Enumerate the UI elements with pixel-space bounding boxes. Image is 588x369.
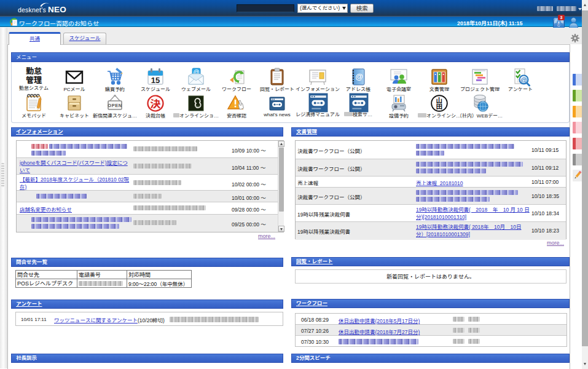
svg-text:silver: silver [195, 105, 201, 108]
svg-text:15: 15 [151, 76, 160, 85]
svg-text:A: A [557, 23, 560, 27]
svg-text:決: 決 [151, 95, 161, 111]
svg-text:@: @ [520, 76, 527, 84]
svg-text:田: 田 [436, 101, 443, 111]
svg-text:OPEN: OPEN [108, 103, 122, 108]
svg-text:@: @ [355, 72, 363, 81]
